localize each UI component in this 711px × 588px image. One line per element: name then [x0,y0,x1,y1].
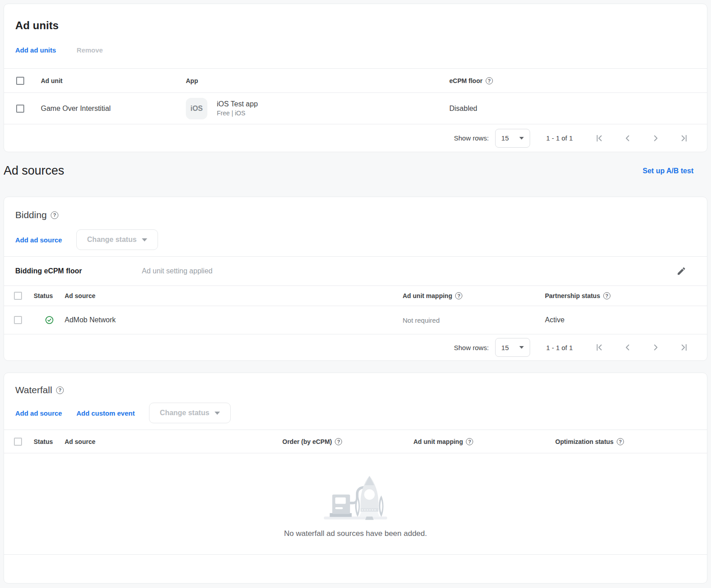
help-icon[interactable] [603,292,610,299]
column-ad-unit-mapping: Ad unit mapping [403,292,452,299]
waterfall-title: Waterfall [15,385,52,395]
first-page-icon[interactable] [594,133,604,143]
active-status-icon [45,316,54,325]
waterfall-actions: Add ad source Add custom event Change st… [15,403,696,423]
waterfall-empty-state: No waterfall ad sources have been added. [4,453,707,554]
ecpm-floor-value: Disabled [449,105,477,113]
bidding-title: Bidding [15,210,47,220]
ad-units-card: Ad units Add ad units Remove Ad unit App… [4,4,707,152]
select-all-checkbox[interactable] [14,292,22,300]
column-ecpm-floor: eCPM floor [449,77,483,84]
add-ad-source-button[interactable]: Add ad source [15,236,62,244]
pencil-icon [676,266,686,276]
bidding-pagination: Show rows: 15 1 - 1 of 1 [4,334,707,360]
ad-source-name: AdMob Network [65,316,116,324]
column-app: App [186,77,198,84]
previous-page-icon[interactable] [623,342,632,352]
rows-per-page-select[interactable]: 15 [495,129,530,148]
next-page-icon[interactable] [651,133,661,143]
bidding-table-header: Status Ad source Ad unit mapping Partner… [4,286,707,306]
column-ad-unit: Ad unit [41,77,62,84]
column-status: Status [34,292,53,299]
chevron-down-icon [519,137,524,140]
waterfall-card: Waterfall Add ad source Add custom event… [4,373,707,584]
setup-ab-test-link[interactable]: Set up A/B test [643,167,693,175]
table-row[interactable]: AdMob Network Not required Active [4,306,707,334]
partnership-status-value: Active [545,316,565,324]
ad-units-title: Ad units [15,19,696,32]
help-icon[interactable] [486,77,493,84]
column-ad-unit-mapping: Ad unit mapping [413,438,463,445]
change-status-button[interactable]: Change status [76,229,158,250]
waterfall-empty-message: No waterfall ad sources have been added. [284,529,427,538]
last-page-icon[interactable] [679,133,689,143]
show-rows-label: Show rows: [454,344,489,351]
chevron-down-icon [142,238,147,241]
column-partnership-status: Partnership status [545,292,600,299]
bidding-card: Bidding Add ad source Change status Bidd… [4,197,707,361]
previous-page-icon[interactable] [623,133,632,143]
column-optimization-status: Optimization status [555,438,614,445]
bidding-ecpm-floor-row: Bidding eCPM floor Ad unit setting appli… [4,256,707,285]
column-ad-source: Ad source [65,292,95,299]
column-order: Order (by eCPM) [282,438,332,445]
row-checkbox[interactable] [16,105,24,113]
ad-units-pagination: Show rows: 15 1 - 1 of 1 [4,124,707,152]
rows-per-page-value: 15 [501,134,509,142]
select-all-checkbox[interactable] [14,438,22,446]
help-icon[interactable] [466,438,473,445]
rows-per-page-select[interactable]: 15 [495,338,530,357]
ad-unit-name: Game Over Interstitial [41,105,111,113]
help-icon[interactable] [56,386,64,394]
ad-units-actions: Add ad units Remove [15,46,696,54]
show-rows-label: Show rows: [454,134,489,142]
change-status-button[interactable]: Change status [149,403,231,423]
add-ad-units-button[interactable]: Add ad units [15,46,56,54]
ad-unit-mapping-value: Not required [403,316,440,324]
waterfall-footer [4,555,707,583]
bidding-actions: Add ad source Change status [15,229,696,250]
row-checkbox[interactable] [14,316,22,324]
page-range: 1 - 1 of 1 [546,344,573,351]
help-icon[interactable] [617,438,624,445]
help-icon[interactable] [335,438,342,445]
rows-per-page-value: 15 [501,344,509,351]
ios-app-icon: iOS [186,98,207,119]
add-custom-event-button[interactable]: Add custom event [76,409,135,417]
waterfall-table-header: Status Ad source Order (by eCPM) Ad unit… [4,430,707,453]
select-all-checkbox[interactable] [16,77,24,85]
chevron-down-icon [519,346,524,349]
bidding-ecpm-floor-label: Bidding eCPM floor [15,267,142,275]
last-page-icon[interactable] [679,342,689,352]
change-status-label: Change status [160,409,209,417]
chevron-down-icon [215,412,220,415]
edit-button[interactable] [676,266,686,276]
ad-units-table-header: Ad unit App eCPM floor [4,69,707,92]
rocket-fuel-pump-illustration [320,470,391,523]
remove-button[interactable]: Remove [77,46,103,54]
page-range: 1 - 1 of 1 [546,134,573,142]
column-ad-source: Ad source [65,438,95,445]
app-name: iOS Test app [217,100,258,108]
bidding-ecpm-floor-value: Ad unit setting applied [142,267,676,275]
help-icon[interactable] [51,211,58,219]
help-icon[interactable] [455,292,462,299]
change-status-label: Change status [87,236,136,244]
ad-sources-section-head: Ad sources Set up A/B test [4,164,707,178]
first-page-icon[interactable] [594,342,604,352]
column-status: Status [34,438,53,445]
add-ad-source-button[interactable]: Add ad source [15,409,62,417]
ad-sources-title: Ad sources [4,164,64,178]
app-meta: Free | iOS [217,110,258,117]
table-row[interactable]: Game Over Interstitial iOS iOS Test app … [4,93,707,124]
next-page-icon[interactable] [651,342,661,352]
